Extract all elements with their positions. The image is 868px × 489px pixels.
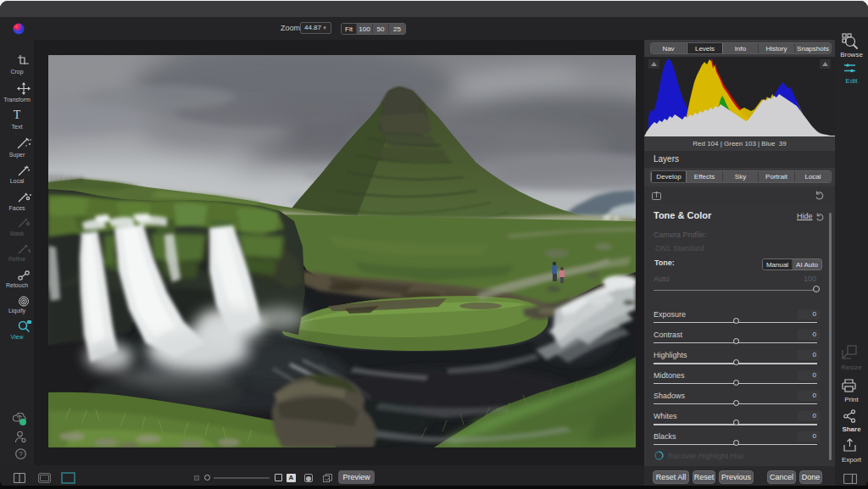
- svg-text:?: ?: [19, 450, 23, 458]
